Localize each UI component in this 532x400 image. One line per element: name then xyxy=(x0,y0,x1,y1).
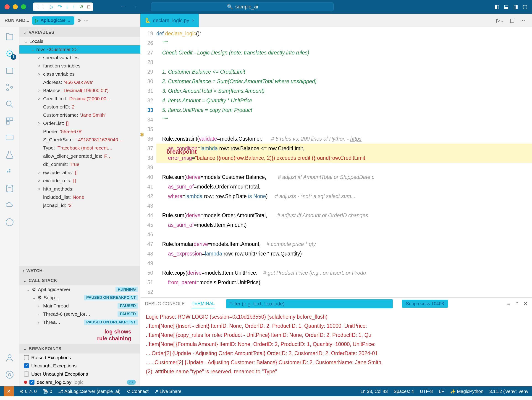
variable-row[interactable]: db_commit: True xyxy=(19,160,140,168)
breakpoints-header[interactable]: ⌄BREAKPOINTS xyxy=(19,344,140,353)
chevron-up-icon[interactable]: ⌃ xyxy=(515,301,519,307)
variable-row[interactable]: >class variables xyxy=(19,70,140,78)
filter-input[interactable]: Filter (e.g. text, !exclude) xyxy=(226,299,393,308)
svg-rect-11 xyxy=(9,171,11,172)
callstack-thread[interactable]: ›MainThreadPAUSED xyxy=(19,302,140,310)
command-center[interactable]: 🔍 sample_ai xyxy=(151,2,334,11)
code-area[interactable]: ◉ 19262728293031323334353637383940414243… xyxy=(140,27,532,297)
variable-row[interactable]: included_list: None xyxy=(19,193,140,201)
variable-row[interactable]: CustomerID: 2 xyxy=(19,103,140,111)
workspace-title: sample_ai xyxy=(235,4,258,10)
spaces[interactable]: Spaces: 4 xyxy=(394,389,414,394)
account-icon[interactable] xyxy=(5,353,14,363)
callstack-thread[interactable]: ›Thread-6 (serve_for…PAUSED xyxy=(19,310,140,318)
cloud-icon[interactable] xyxy=(5,201,14,210)
explorer-icon[interactable] xyxy=(5,32,14,42)
panel-right-icon[interactable]: ◨ xyxy=(513,4,518,10)
callstack-thread[interactable]: ›Threa…PAUSED ON BREAKPOINT xyxy=(19,318,140,326)
watch-header[interactable]: ›WATCH xyxy=(19,266,140,276)
variable-row[interactable]: jsonapi_id: '2' xyxy=(19,201,140,209)
testing-icon[interactable] xyxy=(5,150,14,160)
step-over-icon[interactable]: ↷ xyxy=(58,4,62,10)
project-icon[interactable] xyxy=(5,66,14,75)
cursor-pos[interactable]: Ln 33, Col 43 xyxy=(361,389,388,394)
variable-row[interactable]: >special variables xyxy=(19,54,140,62)
close-window[interactable] xyxy=(5,4,10,9)
code-text[interactable]: def declare_logic(): """ Check Credit - … xyxy=(156,27,532,297)
variable-row[interactable]: >function variables xyxy=(19,62,140,70)
ports[interactable]: 📡 0 xyxy=(43,389,52,394)
encoding[interactable]: UTF-8 xyxy=(420,389,433,394)
bp-uncaught[interactable]: Uncaught Exceptions xyxy=(19,362,140,370)
variable-row[interactable]: >Balance: Decimal('199900.00') xyxy=(19,86,140,95)
remote-indicator[interactable]: ✕ xyxy=(4,386,14,396)
nav-forward-icon[interactable]: → xyxy=(132,4,137,10)
drag-handle-icon[interactable]: ⋮⋮ xyxy=(36,4,46,10)
variable-row[interactable]: CustomerName: 'Jane Smith' xyxy=(19,111,140,119)
git-branch[interactable]: ⎇ ApiLogicServer (sample_ai) xyxy=(58,389,120,394)
layout-icon[interactable]: ▢ xyxy=(523,4,527,10)
remote-icon[interactable] xyxy=(5,133,14,143)
variable-row[interactable]: >CreditLimit: Decimal('2000.00… xyxy=(19,95,140,103)
variable-row[interactable]: >http_methods: xyxy=(19,185,140,193)
continue-icon[interactable]: ▷ xyxy=(50,4,54,10)
variables-header[interactable]: ⌄VARIABLES xyxy=(19,27,140,37)
breakpoint-marker-icon[interactable]: ◉ xyxy=(140,131,144,137)
callstack-header[interactable]: ⌄CALL STACK xyxy=(19,276,140,285)
gear-icon[interactable]: ⚙ xyxy=(77,18,81,23)
split-icon[interactable]: ◫ xyxy=(510,18,515,24)
variable-row[interactable]: Phone: '555-5678' xyxy=(19,127,140,135)
minimize-window[interactable] xyxy=(13,4,18,9)
github-icon[interactable] xyxy=(5,217,14,227)
editor-tab[interactable]: 🐍 declare_logic.py × xyxy=(140,14,199,27)
stop-icon[interactable]: □ xyxy=(87,4,90,10)
callstack-process[interactable]: ⌄⚙ ApiLogicServerRUNNING xyxy=(19,285,140,294)
search-icon[interactable] xyxy=(5,99,14,109)
callstack-subprocess[interactable]: ⌄⚙ Subp…PAUSED ON BREAKPOINT xyxy=(19,294,140,302)
debug-icon[interactable]: 1 xyxy=(5,49,14,58)
locals-header[interactable]: ⌄Locals xyxy=(19,37,140,45)
errors-count[interactable]: ⊗ 0 ⚠ 0 xyxy=(20,389,37,394)
language-mode[interactable]: ✨ MagicPython xyxy=(450,389,483,394)
variable-row[interactable]: >exclude_attrs: [] xyxy=(19,168,140,177)
run-debug-header: RUN AND... ▷ ApiLogicSe ⌄ ⚙ ⋯ xyxy=(0,16,140,25)
database-icon[interactable] xyxy=(5,184,14,193)
connect[interactable]: ⟲ Connect xyxy=(127,389,149,394)
terminal-output[interactable]: Logic Phase: ROW LOGIC (session=0x10d1b3… xyxy=(140,310,532,386)
close-panel-icon[interactable]: ✕ xyxy=(523,301,527,307)
maximize-window[interactable] xyxy=(21,4,26,9)
step-into-icon[interactable]: ↓ xyxy=(66,4,69,10)
run-icon[interactable]: ▷⌄ xyxy=(496,18,504,24)
restart-icon[interactable]: ↺ xyxy=(79,4,83,10)
panel-left-icon[interactable]: ◧ xyxy=(494,4,499,10)
more-icon[interactable]: ⋯ xyxy=(520,18,525,24)
source-control-icon[interactable] xyxy=(5,82,14,92)
variable-row[interactable]: >OrderList: [] xyxy=(19,119,140,127)
more-icon[interactable]: ⋯ xyxy=(84,18,89,23)
list-icon[interactable]: ≡ xyxy=(507,301,510,307)
variable-row[interactable]: Address: '456 Oak Ave' xyxy=(19,78,140,86)
variable-row[interactable]: allow_client_generated_ids: F… xyxy=(19,152,140,160)
python-env[interactable]: 3.11.2 ('venv': venv xyxy=(489,389,528,394)
extensions-icon[interactable] xyxy=(5,116,14,126)
live-share[interactable]: ↗ Live Share xyxy=(154,389,181,394)
variable-row[interactable]: S_CheckSum: '-491809811635040… xyxy=(19,135,140,144)
bp-file[interactable]: declare_logic.py logic37 xyxy=(19,378,140,386)
panel-bottom-icon[interactable]: ⬓ xyxy=(504,4,509,10)
step-out-icon[interactable]: ↑ xyxy=(73,4,75,10)
launch-config-dropdown[interactable]: ▷ ApiLogicSe ⌄ xyxy=(32,16,74,25)
close-icon[interactable]: × xyxy=(191,17,195,24)
settings-icon[interactable] xyxy=(5,370,14,380)
tab-terminal[interactable]: TERMINAL xyxy=(191,299,215,308)
bp-raised[interactable]: Raised Exceptions xyxy=(19,353,140,362)
nav-back-icon[interactable]: ← xyxy=(120,4,126,10)
tab-debug-console[interactable]: DEBUG CONSOLE xyxy=(145,299,185,308)
eol[interactable]: LF xyxy=(439,389,444,394)
variable-row[interactable]: >exclude_rels: [] xyxy=(19,177,140,185)
bp-user-uncaught[interactable]: User Uncaught Exceptions xyxy=(19,370,140,378)
subprocess-badge[interactable]: Subprocess 10403 xyxy=(402,300,448,308)
variable-row[interactable]: Type: 'Traceback (most recent… xyxy=(19,144,140,152)
docker-icon[interactable] xyxy=(5,167,14,176)
python-icon: 🐍 xyxy=(145,18,151,24)
variable-row-selected[interactable]: ⌄row: <Customer 2> xyxy=(19,45,140,54)
